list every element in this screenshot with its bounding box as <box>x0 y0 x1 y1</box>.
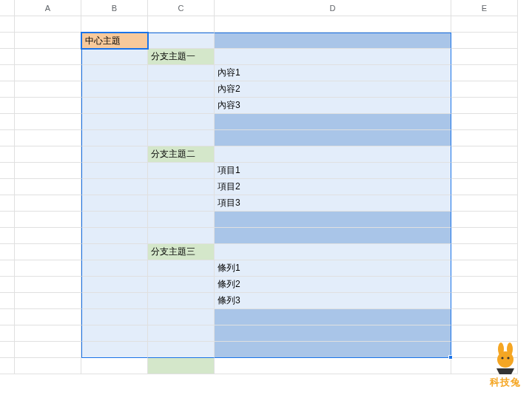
cell-A2[interactable] <box>15 33 81 49</box>
cell-E2[interactable] <box>451 33 518 49</box>
cell-E9[interactable] <box>451 146 518 163</box>
row-header-15[interactable] <box>0 244 15 260</box>
cell-E14[interactable] <box>451 228 518 244</box>
cell-B3[interactable] <box>81 49 148 65</box>
cell-D14[interactable] <box>215 228 451 244</box>
cell-D3[interactable] <box>215 49 451 65</box>
cell-A18[interactable] <box>15 293 81 309</box>
cell-C10[interactable] <box>148 163 215 179</box>
row-header-7[interactable] <box>0 114 15 130</box>
cell-C8[interactable] <box>148 130 215 146</box>
cell-A8[interactable] <box>15 130 81 146</box>
cell-B21[interactable] <box>81 342 148 358</box>
row-header-19[interactable] <box>0 309 15 325</box>
cell-B5[interactable] <box>81 81 148 98</box>
cell-C22[interactable] <box>148 358 215 374</box>
spreadsheet-grid[interactable]: ABCDE中心主題分支主題一內容1內容2內容3分支主題二項目1項目2項目3分支主… <box>0 0 532 374</box>
cell-item-2-2[interactable]: 項目2 <box>215 179 451 195</box>
cell-D22[interactable] <box>215 358 451 374</box>
cell-A1[interactable] <box>15 16 81 33</box>
col-header-D[interactable]: D <box>215 0 451 16</box>
cell-C11[interactable] <box>148 179 215 195</box>
cell-item-3-1[interactable]: 條列1 <box>215 260 451 277</box>
row-header-18[interactable] <box>0 293 15 309</box>
cell-A20[interactable] <box>15 325 81 342</box>
cell-item-2-3[interactable]: 項目3 <box>215 195 451 212</box>
cell-branch-1[interactable]: 分支主題一 <box>148 49 215 65</box>
cell-E13[interactable] <box>451 212 518 228</box>
row-header-22[interactable] <box>0 358 15 374</box>
cell-C20[interactable] <box>148 325 215 342</box>
row-header-6[interactable] <box>0 98 15 114</box>
row-header-13[interactable] <box>0 212 15 228</box>
cell-E18[interactable] <box>451 293 518 309</box>
cell-item-1-3[interactable]: 內容3 <box>215 98 451 114</box>
col-header-C[interactable]: C <box>148 0 215 16</box>
cell-E17[interactable] <box>451 277 518 293</box>
cell-B19[interactable] <box>81 309 148 325</box>
cell-D19[interactable] <box>215 309 451 325</box>
cell-branch-3[interactable]: 分支主題三 <box>148 244 215 260</box>
cell-D2[interactable] <box>215 33 451 49</box>
cell-E19[interactable] <box>451 309 518 325</box>
cell-branch-2[interactable]: 分支主題二 <box>148 146 215 163</box>
cell-A9[interactable] <box>15 146 81 163</box>
cell-D9[interactable] <box>215 146 451 163</box>
cell-B17[interactable] <box>81 277 148 293</box>
cell-C21[interactable] <box>148 342 215 358</box>
cell-A10[interactable] <box>15 163 81 179</box>
cell-A14[interactable] <box>15 228 81 244</box>
cell-D1[interactable] <box>215 16 451 33</box>
cell-item-2-1[interactable]: 項目1 <box>215 163 451 179</box>
cell-C14[interactable] <box>148 228 215 244</box>
row-header-21[interactable] <box>0 342 15 358</box>
cell-A12[interactable] <box>15 195 81 212</box>
cell-D8[interactable] <box>215 130 451 146</box>
cell-A11[interactable] <box>15 179 81 195</box>
cell-A17[interactable] <box>15 277 81 293</box>
cell-E4[interactable] <box>451 65 518 81</box>
row-header-5[interactable] <box>0 81 15 98</box>
row-header-11[interactable] <box>0 179 15 195</box>
cell-A4[interactable] <box>15 65 81 81</box>
cell-C2[interactable] <box>148 33 215 49</box>
cell-C7[interactable] <box>148 114 215 130</box>
cell-E10[interactable] <box>451 163 518 179</box>
fill-handle[interactable] <box>448 355 453 359</box>
cell-D7[interactable] <box>215 114 451 130</box>
col-header-B[interactable]: B <box>81 0 148 16</box>
cell-B16[interactable] <box>81 260 148 277</box>
cell-B6[interactable] <box>81 98 148 114</box>
cell-item-3-2[interactable]: 條列2 <box>215 277 451 293</box>
cell-C1[interactable] <box>148 16 215 33</box>
cell-B18[interactable] <box>81 293 148 309</box>
cell-A3[interactable] <box>15 49 81 65</box>
row-header-9[interactable] <box>0 146 15 163</box>
cell-A22[interactable] <box>15 358 81 374</box>
cell-B13[interactable] <box>81 212 148 228</box>
cell-E3[interactable] <box>451 49 518 65</box>
cell-E12[interactable] <box>451 195 518 212</box>
row-header-12[interactable] <box>0 195 15 212</box>
row-header-20[interactable] <box>0 325 15 342</box>
cell-B4[interactable] <box>81 65 148 81</box>
cell-E15[interactable] <box>451 244 518 260</box>
cell-E16[interactable] <box>451 260 518 277</box>
cell-C18[interactable] <box>148 293 215 309</box>
col-header-E[interactable]: E <box>451 0 518 16</box>
row-header-2[interactable] <box>0 33 15 49</box>
cell-A6[interactable] <box>15 98 81 114</box>
cell-C6[interactable] <box>148 98 215 114</box>
cell-A21[interactable] <box>15 342 81 358</box>
corner-cell[interactable] <box>0 0 15 16</box>
cell-B10[interactable] <box>81 163 148 179</box>
cell-C12[interactable] <box>148 195 215 212</box>
cell-A15[interactable] <box>15 244 81 260</box>
cell-B15[interactable] <box>81 244 148 260</box>
cell-B1[interactable] <box>81 16 148 33</box>
cell-B12[interactable] <box>81 195 148 212</box>
cell-B22[interactable] <box>81 358 148 374</box>
cell-central-theme[interactable]: 中心主題 <box>81 33 148 49</box>
cell-B11[interactable] <box>81 179 148 195</box>
cell-E1[interactable] <box>451 16 518 33</box>
